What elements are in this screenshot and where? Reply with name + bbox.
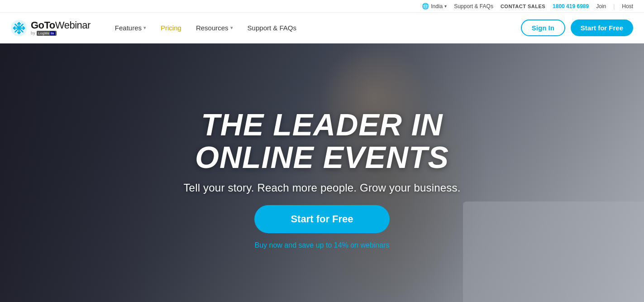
top-bar: 🌐 India ▾ Support & FAQs CONTACT SALES 1… <box>0 0 644 13</box>
top-support-link[interactable]: Support & FAQs <box>454 3 493 10</box>
nav-links: Features ▾ Pricing Resources ▾ Support &… <box>109 20 521 35</box>
logo[interactable]: GoToWebinar by LogMeIn <box>11 20 91 36</box>
region-selector[interactable]: 🌐 India ▾ <box>422 3 447 10</box>
hero-subtitle: Tell your story. Reach more people. Grow… <box>183 182 460 194</box>
start-free-button-hero[interactable]: Start for Free <box>254 205 389 233</box>
region-label: India <box>431 3 443 10</box>
hero-title: THE LEADER IN ONLINE EVENTS <box>141 109 503 173</box>
contact-sales-label: CONTACT SALES <box>501 4 545 9</box>
phone-number[interactable]: 1800 419 6989 <box>553 3 589 10</box>
logo-text: GoToWebinar by LogMeIn <box>31 20 91 35</box>
nav-support[interactable]: Support & FAQs <box>241 20 303 35</box>
nav-right: Sign In Start for Free <box>521 19 633 36</box>
features-chevron-icon: ▾ <box>143 25 146 31</box>
nav-resources[interactable]: Resources ▾ <box>190 20 239 35</box>
navbar: GoToWebinar by LogMeIn Features ▾ Pricin… <box>0 13 644 43</box>
hero-section: THE LEADER IN ONLINE EVENTS Tell your st… <box>0 43 644 302</box>
sign-in-button[interactable]: Sign In <box>521 19 565 36</box>
start-free-button-nav[interactable]: Start for Free <box>571 19 633 36</box>
resources-chevron-icon: ▾ <box>230 25 233 31</box>
region-chevron-icon: ▾ <box>444 4 447 9</box>
nav-features[interactable]: Features ▾ <box>109 20 153 35</box>
host-link[interactable]: Host <box>622 3 633 10</box>
divider: | <box>613 3 615 10</box>
hero-content: THE LEADER IN ONLINE EVENTS Tell your st… <box>141 109 503 249</box>
logo-bylogmein: by LogMeIn <box>31 31 91 35</box>
logo-icon <box>11 20 27 36</box>
join-link[interactable]: Join <box>596 3 606 10</box>
nav-pricing[interactable]: Pricing <box>154 20 188 35</box>
logo-goto: GoToWebinar <box>31 20 91 30</box>
globe-icon: 🌐 <box>422 3 429 10</box>
save-offer-link[interactable]: Buy now and save up to 14% on webinars <box>255 241 390 249</box>
